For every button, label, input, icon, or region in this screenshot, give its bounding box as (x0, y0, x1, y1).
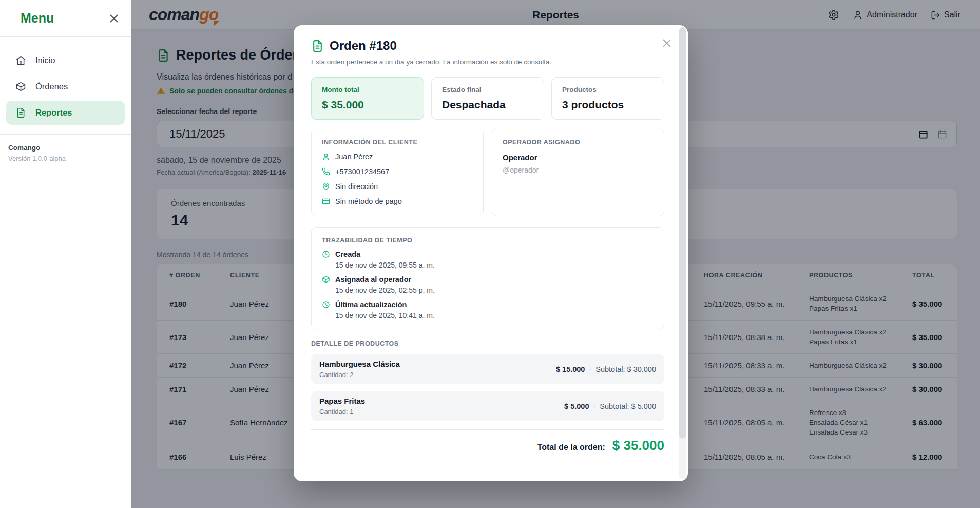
sidebar-app-version: Versión 1.0.0-alpha (8, 155, 123, 162)
app-root: comango Reportes Administrador Salir (0, 0, 980, 508)
client-address-row: Sin dirección (322, 182, 473, 191)
map-pin-icon (322, 182, 330, 191)
stat-value: $ 35.000 (322, 99, 413, 111)
client-payment-row: Sin método de pago (322, 197, 473, 205)
client-payment: Sin método de pago (335, 197, 402, 205)
timeline-event-date: 15 de nov de 2025, 10:41 a. m. (335, 311, 654, 319)
stat-label: Productos (562, 86, 654, 93)
timeline-event-date: 15 de nov de 2025, 02:55 p. m. (335, 286, 654, 294)
sidebar-title: Menu (21, 11, 54, 26)
modal-subtitle: Esta orden pertenece a un día ya cerrado… (311, 58, 664, 66)
sidebar-item-inicio[interactable]: Inicio (6, 48, 125, 72)
product-subtotal: Subtotal: $ 30.000 (595, 365, 656, 373)
product-name: Hamburguesa Clásica (319, 360, 400, 368)
order-total-label: Total de la orden: (537, 443, 605, 452)
stat-value: Despachada (442, 99, 533, 111)
package-icon (15, 81, 26, 92)
product-price: $ 15.000 (556, 365, 585, 373)
phone-icon (322, 167, 330, 176)
product-item: Hamburguesa Clásica Cantidad: 2 $ 15.000… (311, 354, 664, 384)
product-subtotal: Subtotal: $ 5.000 (600, 402, 656, 410)
stat-label: Monto total (322, 86, 413, 93)
order-total-row: Total de la orden: $ 35.000 (311, 429, 664, 454)
modal-scrollbar[interactable] (679, 27, 686, 479)
client-address: Sin dirección (335, 182, 378, 191)
modal-scrollbar-thumb[interactable] (679, 27, 686, 439)
dot-separator: · (589, 365, 591, 373)
sidebar-drawer: Menu Inicio Órdenes R (0, 0, 131, 508)
client-name-row: Juan Pérez (322, 153, 473, 161)
timeline-event: Última actualización 15 de nov de 2025, … (322, 300, 654, 319)
product-name: Papas Fritas (319, 397, 365, 405)
sidebar-app-name: Comango (8, 144, 123, 152)
client-info-title: INFORMACIÓN DEL CLIENTE (322, 139, 473, 146)
product-price: $ 5.000 (564, 402, 589, 410)
operator-name: Operador (503, 153, 654, 162)
stat-monto-total: Monto total $ 35.000 (311, 77, 424, 120)
credit-card-icon (322, 197, 330, 205)
client-phone-row: +573001234567 (322, 167, 473, 176)
sidebar-item-label: Órdenes (35, 82, 68, 91)
sidebar-close-icon[interactable] (108, 13, 120, 24)
modal-title: Orden #180 (330, 39, 397, 53)
timeline-event-label: Última actualización (335, 300, 407, 309)
timeline-event-label: Creada (335, 250, 360, 258)
operator-panel: OPERADOR ASIGNADO Operador @operador (492, 129, 664, 216)
timeline-title: TRAZABILIDAD DE TIEMPO (322, 237, 654, 244)
order-total-value: $ 35.000 (612, 438, 664, 454)
dot-separator: · (593, 402, 596, 410)
operator-title: OPERADOR ASIGNADO (503, 139, 654, 146)
file-icon (15, 107, 26, 118)
products-title: DETALLE DE PRODUCTOS (311, 340, 664, 347)
operator-handle: @operador (503, 166, 654, 174)
product-qty: Cantidad: 1 (319, 408, 365, 416)
timeline-event: Asignada al operador 15 de nov de 2025, … (322, 275, 654, 294)
sidebar-item-label: Inicio (35, 55, 55, 65)
clock-icon (322, 250, 330, 258)
home-icon (15, 55, 26, 66)
timeline-event: Creada 15 de nov de 2025, 09:55 a. m. (322, 250, 654, 269)
stat-productos: Productos 3 productos (551, 77, 664, 120)
sidebar-item-reportes[interactable]: Reportes (6, 101, 125, 125)
product-qty: Cantidad: 2 (319, 371, 400, 379)
stat-value: 3 productos (562, 99, 654, 111)
timeline-panel: TRAZABILIDAD DE TIEMPO Creada 15 de nov … (311, 227, 664, 329)
client-info-panel: INFORMACIÓN DEL CLIENTE Juan Pérez +5730… (311, 129, 484, 216)
timeline-event-date: 15 de nov de 2025, 09:55 a. m. (335, 261, 654, 269)
sidebar-item-ordenes[interactable]: Órdenes (6, 74, 125, 99)
clock-icon (322, 300, 330, 309)
timeline-event-label: Asignada al operador (335, 275, 411, 284)
client-name: Juan Pérez (335, 153, 373, 161)
stat-estado-final: Estado final Despachada (431, 77, 544, 120)
products-section: DETALLE DE PRODUCTOS Hamburguesa Clásica… (311, 340, 664, 421)
product-item: Papas Fritas Cantidad: 1 $ 5.000 · Subto… (311, 391, 664, 421)
package-icon (322, 275, 330, 284)
client-phone: +573001234567 (335, 167, 389, 176)
order-file-icon (311, 40, 324, 52)
order-detail-modal: Orden #180 Esta orden pertenece a un día… (294, 25, 688, 481)
modal-close-icon[interactable] (661, 37, 672, 49)
user-icon (322, 153, 330, 161)
sidebar-item-label: Reportes (35, 108, 72, 118)
stat-label: Estado final (442, 86, 533, 93)
